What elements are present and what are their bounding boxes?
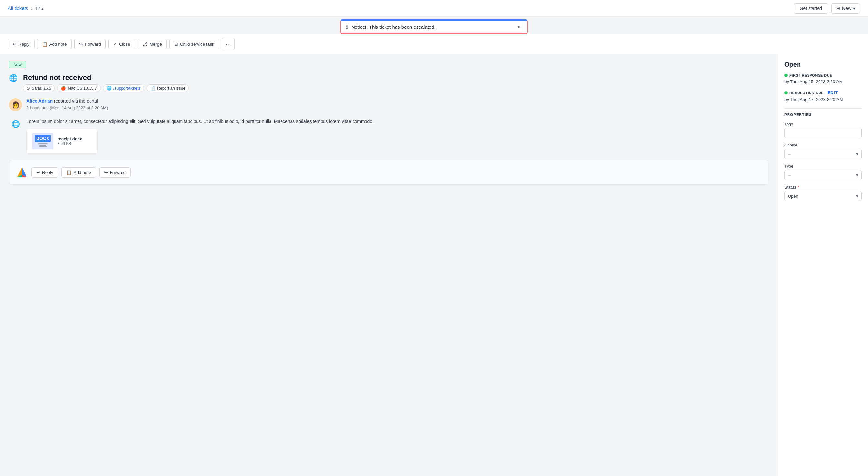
message-time: 2 hours ago (Mon, 14 Aug 2023 at 2:20 AM… bbox=[27, 106, 108, 110]
child-task-icon: ⊞ bbox=[174, 41, 178, 47]
nav-actions: Get started ⊞ New ▾ bbox=[794, 3, 860, 13]
choice-select-wrap: -- ▾ bbox=[784, 149, 862, 159]
reply-box-note-icon: 📋 bbox=[66, 170, 72, 175]
resolution-dot bbox=[784, 91, 787, 94]
reply-box-reply-label: Reply bbox=[42, 170, 53, 175]
resolution-due-section: RESOLUTION DUE Edit by Thu, Aug 17, 2023… bbox=[784, 90, 862, 103]
attachment-info: receipt.docx 8.99 KB bbox=[57, 137, 82, 146]
close-icon: ✓ bbox=[113, 41, 117, 47]
close-label: Close bbox=[119, 42, 130, 47]
reply-box: ↩ Reply 📋 Add note ↪ Forward bbox=[9, 160, 769, 185]
reply-box-forward-button[interactable]: ↪ Forward bbox=[99, 167, 131, 178]
notice-banner-wrap: ℹ Notice!! This ticket has been escalate… bbox=[0, 17, 868, 34]
plus-icon: ⊞ bbox=[836, 6, 840, 11]
ticket-header: 🌐 Refund not received ⊙ Safari 16.5 🍎 Ma… bbox=[9, 73, 769, 92]
breadcrumb-separator: › bbox=[31, 5, 32, 11]
type-select[interactable]: -- bbox=[784, 170, 862, 180]
globe-icon: 🌐 bbox=[9, 74, 18, 83]
new-button[interactable]: ⊞ New ▾ bbox=[832, 3, 860, 13]
browser-icon: ⊙ bbox=[27, 86, 30, 91]
status-select-wrap: Open ▾ bbox=[784, 191, 862, 201]
first-response-due-section: FIRST RESPONSE DUE by Tue, Aug 15, 2023 … bbox=[784, 73, 862, 85]
choice-select[interactable]: -- bbox=[784, 149, 862, 159]
type-select-wrap: -- ▾ bbox=[784, 170, 862, 180]
message-block: 👩 Alice Adrian reported via the portal 2… bbox=[9, 98, 769, 111]
message-content: Alice Adrian reported via the portal 2 h… bbox=[27, 98, 108, 111]
reply-box-add-note-button[interactable]: 📋 Add note bbox=[61, 167, 96, 178]
first-response-due-label: FIRST RESPONSE DUE bbox=[784, 73, 862, 77]
tags-input[interactable] bbox=[784, 128, 862, 138]
forward-icon: ↪ bbox=[79, 41, 83, 47]
child-service-task-label: Child service task bbox=[180, 42, 214, 47]
message-author: Alice Adrian bbox=[27, 98, 53, 103]
report-tag[interactable]: 📄 Report an issue bbox=[147, 84, 189, 92]
tags-label: Tags bbox=[784, 122, 862, 126]
top-nav: All tickets › 175 Get started ⊞ New ▾ bbox=[0, 0, 868, 17]
type-label: Type bbox=[784, 163, 862, 169]
main-layout: New 🌐 Refund not received ⊙ Safari 16.5 … bbox=[0, 54, 868, 476]
first-response-due-value: by Tue, Aug 15, 2023 2:20 AM bbox=[784, 79, 862, 85]
chevron-down-icon: ▾ bbox=[853, 6, 856, 11]
forward-label: Forward bbox=[85, 42, 101, 47]
more-actions-button[interactable]: ⋯ bbox=[222, 38, 235, 50]
docx-icon: DOCX bbox=[35, 135, 51, 142]
merge-label: Merge bbox=[150, 42, 162, 47]
reply-logo bbox=[16, 166, 28, 179]
os-tag: 🍎 Mac OS 10.15.7 bbox=[57, 84, 100, 92]
notice-close-button[interactable]: × bbox=[517, 24, 522, 30]
browser-label: Safari 16.5 bbox=[32, 86, 51, 91]
reply-label: Reply bbox=[19, 42, 30, 47]
type-field-group: Type -- ▾ bbox=[784, 163, 862, 180]
note-icon: 📋 bbox=[42, 41, 48, 47]
status-label: Status * bbox=[784, 185, 862, 189]
attachment-size: 8.99 KB bbox=[57, 141, 82, 146]
reply-box-forward-icon: ↪ bbox=[104, 170, 108, 175]
ticket-number: 175 bbox=[35, 5, 43, 11]
resolution-due-value: by Thu, Aug 17, 2023 2:20 AM bbox=[784, 96, 862, 103]
forward-button[interactable]: ↪ Forward bbox=[74, 39, 106, 49]
close-ticket-button[interactable]: ✓ Close bbox=[108, 39, 135, 49]
sidebar: Open FIRST RESPONSE DUE by Tue, Aug 15, … bbox=[777, 54, 868, 476]
add-note-button[interactable]: 📋 Add note bbox=[37, 39, 72, 49]
all-tickets-link[interactable]: All tickets bbox=[8, 5, 28, 11]
portal-link[interactable]: /support/tickets bbox=[114, 86, 141, 91]
browser-tag: ⊙ Safari 16.5 bbox=[23, 84, 55, 92]
reply-button[interactable]: ↩ Reply bbox=[8, 39, 35, 49]
reply-box-forward-label: Forward bbox=[110, 170, 126, 175]
globe-body-icon: 🌐 bbox=[9, 118, 22, 131]
add-note-label: Add note bbox=[50, 42, 67, 47]
child-service-task-button[interactable]: ⊞ Child service task bbox=[169, 39, 219, 49]
ticket-content: New 🌐 Refund not received ⊙ Safari 16.5 … bbox=[0, 54, 777, 476]
info-icon: ℹ bbox=[346, 24, 348, 30]
ticket-title: Refund not received bbox=[23, 73, 189, 82]
globe-small-icon: 🌐 bbox=[106, 86, 112, 91]
toolbar: ↩ Reply 📋 Add note ↪ Forward ✓ Close ⎇ M… bbox=[0, 34, 868, 54]
breadcrumb: All tickets › 175 bbox=[8, 5, 43, 11]
choice-field-group: Choice -- ▾ bbox=[784, 143, 862, 159]
reply-box-reply-icon: ↩ bbox=[36, 170, 40, 175]
attachment-name: receipt.docx bbox=[57, 137, 82, 141]
reply-box-reply-button[interactable]: ↩ Reply bbox=[31, 167, 58, 178]
reply-icon: ↩ bbox=[12, 41, 17, 47]
merge-button[interactable]: ⎇ Merge bbox=[138, 39, 167, 49]
attachment[interactable]: DOCX receipt.docx 8.99 KB bbox=[27, 129, 98, 154]
apple-icon: 🍎 bbox=[61, 86, 66, 91]
reply-box-add-note-label: Add note bbox=[74, 170, 91, 175]
choice-label: Choice bbox=[784, 143, 862, 147]
resolution-due-label: RESOLUTION DUE Edit bbox=[784, 90, 862, 95]
message-body: Lorem ipsum dolor sit amet, consectetur … bbox=[27, 118, 374, 125]
report-link[interactable]: Report an issue bbox=[157, 86, 185, 91]
status-required-indicator: * bbox=[797, 185, 799, 189]
status-select[interactable]: Open bbox=[784, 191, 862, 201]
notice-content: ℹ Notice!! This ticket has been escalate… bbox=[346, 24, 436, 30]
properties-label: PROPERTIES bbox=[784, 113, 862, 117]
portal-tag[interactable]: 🌐 /support/tickets bbox=[103, 84, 144, 92]
message-meta: Alice Adrian reported via the portal bbox=[27, 98, 108, 103]
get-started-button[interactable]: Get started bbox=[794, 3, 828, 13]
merge-icon: ⎇ bbox=[143, 41, 148, 47]
message-via: reported via the portal bbox=[54, 98, 98, 103]
os-label: Mac OS 10.15.7 bbox=[67, 86, 97, 91]
resolution-edit-link[interactable]: Edit bbox=[828, 90, 838, 95]
notice-banner: ℹ Notice!! This ticket has been escalate… bbox=[340, 20, 528, 34]
notice-text: Notice!! This ticket has been escalated. bbox=[351, 24, 436, 30]
